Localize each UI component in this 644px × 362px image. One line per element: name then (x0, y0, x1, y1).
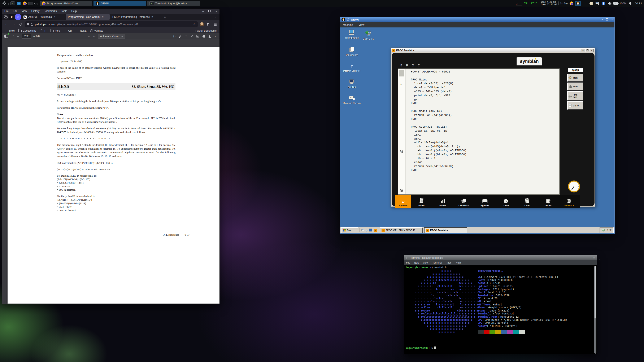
bookmark-validate[interactable]: validate (90, 29, 103, 32)
window-menu-icon[interactable] (406, 257, 408, 259)
bookmark-folder-it[interactable]: IT (40, 29, 47, 32)
panel-clock[interactable]: 00:32 (635, 2, 642, 5)
menu-view[interactable]: View (423, 261, 428, 264)
terminal-scrollbar[interactable] (594, 266, 596, 354)
highlight-tool-icon[interactable] (178, 34, 182, 38)
firefox-view-icon[interactable] (4, 15, 8, 19)
taskbar-button-firefox[interactable]: Programming-Psion-Com... (40, 1, 92, 6)
menu-file[interactable]: File (4, 10, 8, 12)
zoom-out-icon[interactable]: − (400, 189, 403, 192)
list-all-tabs-icon[interactable] (214, 16, 216, 18)
find-next-button[interactable]: Find next (567, 91, 583, 100)
menu-view[interactable]: View (22, 10, 27, 12)
terminal-titlebar[interactable]: Terminal - logout@bordeaux: ~ – × (404, 255, 597, 260)
quicklaunch-ie-icon[interactable]: e (366, 229, 368, 232)
find-button[interactable]: Find (567, 82, 583, 90)
moon-indicator-icon[interactable] (589, 1, 594, 6)
battery-icon[interactable] (614, 1, 618, 6)
tab-adler32-wikipedia[interactable]: W Adler-32 - Wikipedia × (22, 14, 65, 20)
close-button[interactable]: × (611, 18, 613, 21)
qemu-tray-icon[interactable] (575, 1, 581, 6)
epoc-titlebar[interactable]: e EPOC Emulator – × (391, 48, 594, 52)
app-time[interactable]: Time (495, 195, 516, 208)
page-number-input[interactable] (22, 34, 31, 38)
scrollbar-thumb[interactable] (594, 266, 596, 319)
desktop-icon-outlook[interactable]: Microsoft Outlook (343, 95, 361, 104)
network-icon[interactable] (595, 1, 600, 6)
menu-history[interactable]: History (32, 10, 40, 12)
firefox-launcher-icon[interactable] (22, 1, 27, 6)
maximize-button[interactable] (606, 18, 608, 21)
bookmark-folder-moje[interactable]: Moje (5, 29, 15, 32)
taskbar-button-qemu[interactable]: QEMU (94, 1, 146, 6)
menu-help[interactable]: Help (456, 261, 461, 264)
back-button[interactable]: ← (4, 22, 9, 26)
bookmark-star-icon[interactable]: ☆ (193, 23, 196, 26)
guest-taskbar-window-emulator[interactable]: e EPOC Emulator (424, 227, 467, 233)
quicklaunch-window-icon[interactable] (369, 228, 372, 232)
maximize-button[interactable] (588, 257, 590, 259)
desktop-icon-internet-explorer[interactable]: e Internet Explorer (343, 63, 361, 72)
minimize-button[interactable]: – (202, 10, 204, 13)
guest-tray-icon[interactable] (602, 229, 605, 232)
app-contacts[interactable]: Contacts (453, 195, 474, 208)
qemu-titlebar[interactable]: QEMU – × (340, 17, 614, 22)
tran-button[interactable]: Po Tran (567, 74, 583, 82)
presentation-mode-icon[interactable]: ▷ (172, 34, 176, 38)
guest-taskbar-window-sdk[interactable]: e EPOC OPL SDK - EPOC E... (380, 227, 423, 233)
app-agenda[interactable]: Agenda (474, 195, 495, 208)
close-tab-icon[interactable]: × (54, 15, 55, 18)
file-manager-launcher-icon[interactable] (16, 1, 21, 6)
toolbar-block-icon[interactable] (399, 70, 404, 76)
desktop-icon-fidonet[interactable]: FidoNet (343, 79, 361, 88)
pdf-sidebar-toggle-icon[interactable] (4, 34, 8, 38)
app-calc[interactable]: Calc (516, 195, 538, 208)
menu-edit[interactable]: Edit (414, 261, 419, 264)
bookmark-folder-fora[interactable]: Fóra (50, 29, 60, 32)
cursor-marker-icon[interactable]: ▸ (400, 83, 402, 85)
analog-clock[interactable] (568, 180, 580, 193)
maximize-button[interactable] (208, 10, 211, 12)
keyboard-layout-icon[interactable] (28, 1, 33, 6)
draw-tool-icon[interactable] (190, 34, 194, 38)
cpu-graph[interactable] (516, 1, 522, 5)
pdf-viewport[interactable]: This procedure could be called as: gamma… (2, 39, 220, 304)
memory-usage[interactable]: used 4.39 GBfree 33.70 GB (541, 1, 557, 6)
zoom-select[interactable]: Automatic Zoom (98, 34, 125, 38)
previous-page-icon[interactable] (12, 35, 15, 37)
terminal-body[interactable]: logout@bordeaux:~$ neofetch ::::::: ::::… (404, 265, 597, 354)
zoom-out-icon[interactable]: − (88, 34, 90, 38)
bookmark-folder-nokia[interactable]: Nokia (76, 29, 86, 32)
menu-terminal[interactable]: Terminal (432, 261, 442, 264)
menu-tabs[interactable]: Tabs (446, 261, 451, 264)
app-extras[interactable]: Extras (559, 195, 580, 208)
next-page-icon[interactable] (17, 35, 19, 37)
more-tools-icon[interactable]: » (214, 34, 218, 38)
minimize-button[interactable]: – (583, 256, 584, 259)
menu-view[interactable]: View (358, 23, 364, 26)
app-jotter[interactable]: Jotter (538, 195, 559, 208)
applications-menu-icon[interactable] (2, 1, 7, 6)
zoom-in-icon[interactable]: + (400, 150, 403, 152)
menu-tools[interactable]: Tools (61, 10, 67, 12)
quicklaunch-epoc-icon[interactable]: e (374, 229, 377, 232)
desktop-icon-my-computer[interactable]: Tento počítač (343, 29, 361, 39)
go-to-button[interactable]: Go to (567, 101, 583, 110)
pinned-tab-mastodon[interactable]: m (15, 14, 21, 20)
close-button[interactable]: × (215, 10, 217, 13)
desktop-icon-documents[interactable]: Dokumenty (343, 47, 361, 56)
image-tool-icon[interactable] (196, 34, 200, 38)
zoom-in-icon[interactable]: + (93, 34, 95, 38)
reload-button[interactable] (18, 22, 23, 26)
pinned-tab-x[interactable]: X (9, 14, 14, 20)
volume-icon[interactable] (607, 1, 612, 6)
chevron-down-icon[interactable] (34, 2, 36, 4)
close-tab-icon[interactable]: × (102, 15, 104, 18)
close-tab-icon[interactable]: × (152, 15, 153, 18)
bookmark-folder-ob[interactable]: OB (64, 29, 72, 32)
menu-help[interactable]: Help (71, 10, 77, 12)
menu-bookmarks[interactable]: Bookmarks (44, 10, 57, 12)
quicklaunch-desktop-icon[interactable] (361, 228, 365, 232)
tab-psion-programming-reference[interactable]: PSION Programming Reference × (110, 14, 162, 20)
app-system[interactable]: ℯ System (395, 195, 411, 208)
